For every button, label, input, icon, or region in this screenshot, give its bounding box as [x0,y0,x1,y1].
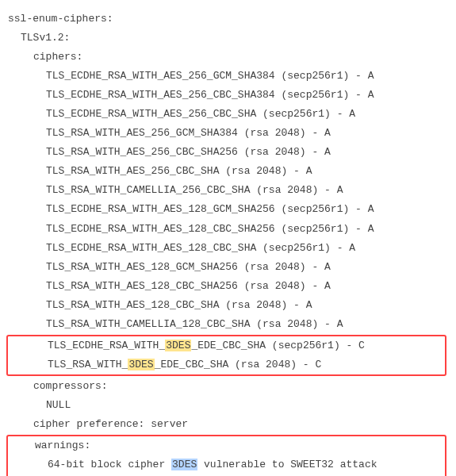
compressors-value: NULL [6,396,450,415]
cipher-line: TLS_ECDHE_RSA_WITH_AES_256_CBC_SHA384 (s… [6,86,450,105]
cipher-line: TLS_RSA_WITH_CAMELLIA_256_CBC_SHA (rsa 2… [6,181,450,200]
cipher-line-weak: TLS_RSA_WITH_3DES_EDE_CBC_SHA (rsa 2048)… [8,355,445,374]
cipher-pre: TLS_RSA_WITH_ [48,359,128,370]
compressors-label: compressors: [6,377,450,396]
warning-post: vulnerable to SWEET32 attack [197,459,377,470]
warning-line: 64-bit block cipher 3DES vulnerable to S… [8,455,445,474]
cipher-post: _EDE_CBC_SHA (rsa 2048) - C [155,359,322,370]
highlight-3des: 3DES [171,459,197,470]
cipher-line: TLS_RSA_WITH_AES_256_CBC_SHA256 (rsa 204… [6,143,450,162]
warning-pre: 64-bit block cipher [48,459,171,470]
warnings-box: warnings: 64-bit block cipher 3DES vulne… [6,435,446,476]
tls-version: TLSv1.2: [6,29,450,48]
cipher-pre: TLS_ECDHE_RSA_WITH_ [48,340,165,351]
cipher-line: TLS_ECDHE_RSA_WITH_AES_256_GCM_SHA384 (s… [6,67,450,86]
cipher-preference: cipher preference: server [6,415,450,434]
cipher-line-weak: TLS_ECDHE_RSA_WITH_3DES_EDE_CBC_SHA (sec… [8,336,445,355]
ssl-enum-header: ssl-enum-ciphers: [6,10,450,29]
cipher-line: TLS_RSA_WITH_AES_128_GCM_SHA256 (rsa 204… [6,258,450,277]
warnings-label: warnings: [8,436,445,455]
cipher-line: TLS_RSA_WITH_AES_128_CBC_SHA256 (rsa 204… [6,277,450,296]
cipher-line: TLS_ECDHE_RSA_WITH_AES_128_GCM_SHA256 (s… [6,200,450,219]
cipher-post: _EDE_CBC_SHA (secp256r1) - C [191,340,364,351]
cipher-line: TLS_RSA_WITH_AES_256_GCM_SHA384 (rsa 204… [6,124,450,143]
weak-ciphers-box: TLS_ECDHE_RSA_WITH_3DES_EDE_CBC_SHA (sec… [6,335,446,376]
cipher-line: TLS_RSA_WITH_AES_128_CBC_SHA (rsa 2048) … [6,296,450,315]
cipher-line: TLS_RSA_WITH_CAMELLIA_128_CBC_SHA (rsa 2… [6,315,450,334]
cipher-line: TLS_RSA_WITH_AES_256_CBC_SHA (rsa 2048) … [6,162,450,181]
highlight-3des: 3DES [165,340,191,351]
highlight-3des: 3DES [128,359,154,370]
cipher-line: TLS_ECDHE_RSA_WITH_AES_128_CBC_SHA256 (s… [6,220,450,239]
cipher-line: TLS_ECDHE_RSA_WITH_AES_128_CBC_SHA (secp… [6,239,450,258]
ciphers-label: ciphers: [6,48,450,67]
cipher-line: TLS_ECDHE_RSA_WITH_AES_256_CBC_SHA (secp… [6,105,450,124]
